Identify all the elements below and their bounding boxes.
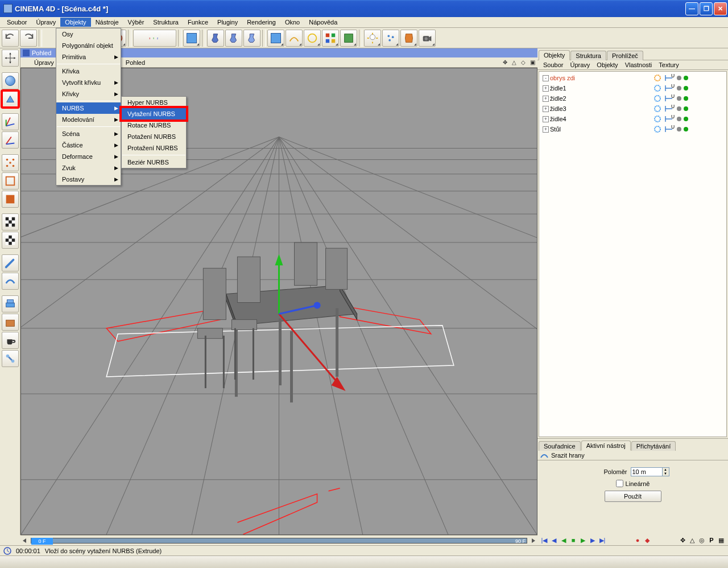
texture-mode-1[interactable] — [2, 213, 19, 231]
objpanel-menu-úpravy[interactable]: Úpravy — [566, 60, 593, 69]
tree-label[interactable]: židle1 — [550, 85, 570, 92]
spline-tool-button[interactable] — [286, 30, 303, 47]
edge-mode[interactable] — [2, 172, 19, 190]
menuitem-polygonální-objekt[interactable]: Polygonální objekt — [56, 40, 121, 51]
tree-label[interactable]: židle2 — [550, 95, 570, 102]
bones-tool[interactable] — [2, 350, 19, 367]
menu-nástroje[interactable]: Nástroje — [91, 18, 123, 27]
menuitem-zvuk[interactable]: Zvuk▶ — [56, 162, 121, 174]
record-button[interactable]: ● — [633, 536, 642, 545]
menuitem-deformace[interactable]: Deformace▶ — [56, 151, 121, 162]
radius-spinner[interactable]: ▲▼ — [663, 467, 669, 476]
expander-icon[interactable]: + — [543, 85, 549, 92]
maximize-button[interactable]: ❐ — [700, 2, 713, 15]
menuitem-křivky[interactable]: Křivky▶ — [56, 88, 121, 100]
tab-přichytávání[interactable]: Přichytávání — [631, 441, 676, 451]
coffee-tool[interactable] — [2, 332, 19, 349]
tree-row-obrys zdi[interactable]: -obrys zdi0 — [540, 73, 725, 83]
menuitem-vytvořit-křivku[interactable]: Vytvořit křivku▶ — [56, 77, 121, 88]
viewport-menu-pohled[interactable]: Pohled — [121, 58, 150, 67]
vp-pan-icon[interactable]: ✥ — [501, 58, 509, 66]
close-button[interactable]: ✕ — [714, 2, 727, 15]
axis-tool-1[interactable] — [2, 113, 19, 130]
tree-row-Stůl[interactable]: +Stůl0 — [540, 124, 725, 134]
axis-tool-2[interactable] — [2, 131, 19, 149]
expander-icon[interactable]: - — [543, 75, 549, 81]
viewport-menu-upravy[interactable]: Úpravy — [30, 58, 59, 67]
menuitem-protažení-nurbs[interactable]: Protažení NURBS — [122, 142, 186, 154]
menu-okno[interactable]: Okno — [280, 18, 304, 27]
menu-soubor[interactable]: Soubor — [2, 18, 31, 27]
menuitem-potažení-nurbs[interactable]: Potažení NURBS — [122, 131, 186, 142]
menu-rendering[interactable]: Rendering — [242, 18, 280, 27]
key-options-icon[interactable]: ▦ — [717, 536, 726, 545]
apply-button[interactable]: Použít — [605, 491, 661, 502]
menu-úpravy[interactable]: Úpravy — [31, 18, 60, 27]
undo-button[interactable] — [2, 30, 19, 47]
deform-tool-button[interactable] — [400, 30, 417, 47]
particles-tool-button[interactable] — [382, 30, 399, 47]
menuitem-křivka[interactable]: Křivka — [56, 65, 121, 77]
texture-mode-2[interactable] — [2, 232, 19, 249]
menuitem-scéna[interactable]: Scéna▶ — [56, 128, 121, 139]
menu-výběr[interactable]: Výběr — [123, 18, 149, 27]
tab-objekty[interactable]: Objekty — [539, 50, 570, 60]
primitive-cube-button[interactable] — [267, 30, 284, 47]
tree-row-židle4[interactable]: +židle40 — [540, 114, 725, 124]
menuitem-primitiva[interactable]: Primitiva▶ — [56, 51, 121, 63]
minimize-button[interactable]: — — [685, 2, 698, 15]
key-param-icon[interactable]: P — [707, 536, 716, 545]
object-tree[interactable]: -obrys zdi0+židle10+židle20+židle30+židl… — [539, 71, 727, 437]
vase1-icon[interactable] — [207, 30, 224, 47]
key-pos-icon[interactable]: ✥ — [678, 536, 687, 545]
menu-pluginy[interactable]: Pluginy — [213, 18, 242, 27]
expander-icon[interactable]: + — [543, 126, 549, 133]
tab-souřadnice[interactable]: Souřadnice — [539, 441, 581, 451]
polygon-mode[interactable] — [2, 191, 19, 208]
menuitem-beziér-nurbs[interactable]: Beziér NURBS — [122, 157, 186, 168]
knife-tool[interactable] — [2, 254, 19, 271]
menuitem-hyper-nurbs[interactable]: Hyper NURBS — [122, 97, 186, 108]
scene-tool-button[interactable] — [340, 30, 357, 47]
vp-rotate-icon[interactable]: ◇ — [519, 58, 527, 66]
prev-key-button[interactable]: ◀ — [549, 536, 559, 545]
tree-label[interactable]: Stůl — [550, 126, 564, 133]
timeline-current-frame[interactable]: 0 F — [31, 538, 53, 545]
tree-row-židle2[interactable]: +židle20 — [540, 93, 725, 104]
tree-label[interactable]: židle3 — [550, 105, 570, 112]
play-button[interactable]: ▶ — [578, 536, 588, 545]
vp-zoom-icon[interactable]: △ — [510, 58, 518, 66]
expander-icon[interactable]: + — [543, 116, 549, 122]
menuitem-vytažení-nurbs[interactable]: Vytažení NURBS — [122, 108, 186, 120]
timeline-left-icon[interactable] — [20, 537, 28, 545]
stop-button[interactable]: ■ — [569, 536, 578, 545]
objpanel-menu-vlastnosti[interactable]: Vlastnosti — [622, 60, 656, 69]
object-tool[interactable] — [2, 72, 19, 89]
menuitem-postavy[interactable]: Postavy▶ — [56, 174, 121, 185]
array-tool-button[interactable] — [322, 30, 339, 47]
menu-nápověda[interactable]: Nápověda — [304, 18, 342, 27]
tree-label[interactable]: obrys zdi — [550, 75, 578, 81]
redo-button[interactable] — [20, 30, 37, 47]
menu-funkce[interactable]: Funkce — [183, 18, 213, 27]
objpanel-menu-soubor[interactable]: Soubor — [540, 60, 566, 69]
goto-start-button[interactable]: |◀ — [540, 536, 549, 545]
vase3-icon[interactable] — [243, 30, 260, 47]
next-key-button[interactable]: ▶ — [588, 536, 597, 545]
xyz-axis-button[interactable]: XYZ — [133, 30, 176, 47]
tree-row-židle1[interactable]: +židle10 — [540, 83, 725, 93]
model-tool[interactable] — [2, 90, 19, 108]
key-scale-icon[interactable]: △ — [688, 536, 697, 545]
timeline-right-icon[interactable] — [530, 537, 537, 545]
tree-row-židle3[interactable]: +židle30 — [540, 104, 725, 114]
tree-label[interactable]: židle4 — [550, 116, 570, 122]
bevel-tool[interactable] — [2, 273, 19, 290]
extrude-tool[interactable] — [2, 295, 19, 312]
move-tool[interactable] — [2, 50, 19, 67]
play-back-button[interactable]: ◀ — [559, 536, 568, 545]
menuitem-osy[interactable]: Osy — [56, 28, 121, 40]
menuitem-rotace-nurbs[interactable]: Rotace NURBS — [122, 120, 186, 131]
key-rot-icon[interactable]: ◎ — [697, 536, 706, 545]
tab-aktivní-nástroj[interactable]: Aktivní nástroj — [581, 441, 631, 451]
menuitem-částice[interactable]: Částice▶ — [56, 139, 121, 151]
